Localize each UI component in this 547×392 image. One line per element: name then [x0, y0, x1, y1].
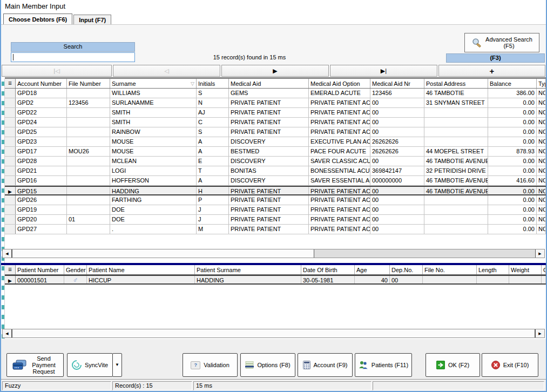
column-header-g[interactable]: G — [542, 265, 546, 274]
cell-postal-address[interactable]: 46 TAMBOTIE AVENUE — [424, 187, 488, 194]
table-row[interactable]: ▶000001501♂HICCUPHADDING30-05-19814000 — [5, 275, 546, 285]
column-header-patient-name[interactable]: Patient Name — [87, 265, 195, 274]
cell-file-number[interactable] — [67, 89, 110, 98]
cell-medical-aid-option[interactable]: SAVER CLASSIC ACUTE — [309, 157, 370, 166]
cell-weight[interactable] — [509, 276, 542, 283]
cell-dep-no[interactable]: 00 — [390, 276, 423, 283]
row-selector-cell[interactable] — [5, 215, 16, 224]
column-header-age[interactable]: Age — [355, 265, 390, 274]
patients-button[interactable]: Patients (F11) — [355, 353, 412, 377]
cell-balance[interactable]: 0.00 — [488, 187, 537, 194]
cell-surname[interactable]: FARTHING — [110, 195, 197, 205]
column-header-date-of-birth[interactable]: Date Of Birth — [301, 265, 355, 274]
cell-postal-address[interactable]: 46 TAMBOTIE — [424, 89, 488, 98]
cell-account-number[interactable]: GPD19 — [16, 205, 67, 214]
cell-postal-address[interactable]: 44 MOEPEL STREET — [424, 147, 488, 156]
cell-balance[interactable]: 0.00 — [488, 166, 537, 175]
cell-length[interactable] — [477, 276, 509, 283]
cell-patient-name[interactable]: HICCUP — [87, 276, 195, 283]
cell-medical-aid-option[interactable]: SAVER ESSENTIAL ACUTE — [309, 176, 370, 185]
cell-medical-aid-nr[interactable]: 369842147 — [370, 166, 424, 175]
search-input[interactable] — [11, 53, 134, 62]
cell-medical-aid-option[interactable]: BONESSENTIAL ACUTE — [309, 166, 370, 175]
cell-medical-aid[interactable]: DISCOVERY — [229, 176, 309, 185]
cell-age[interactable]: 40 — [355, 276, 390, 283]
cell-surname[interactable]: HADDING — [110, 187, 197, 194]
cell-balance[interactable]: 386.00 — [488, 89, 537, 98]
cell-patient-surname[interactable]: HADDING — [195, 276, 301, 283]
cell-account-number[interactable]: GPD20 — [16, 215, 67, 224]
row-selector-cell[interactable] — [5, 89, 16, 98]
cell-initials[interactable]: M — [197, 225, 229, 234]
cell-gender[interactable]: ♂ — [64, 276, 87, 283]
cell-medical-aid-option[interactable]: EMERALD ACUTE — [309, 89, 370, 98]
cell-initials[interactable]: A — [197, 137, 229, 146]
cell-initials[interactable]: T — [197, 166, 229, 175]
table-row[interactable]: GPD19DOEJPRIVATE PATIENTPRIVATE PATIENT … — [5, 205, 546, 215]
cell-medical-aid[interactable]: PRIVATE PATIENT — [229, 108, 309, 117]
row-selector-cell[interactable] — [5, 166, 16, 175]
cell-account-number[interactable]: GPD21 — [16, 166, 67, 175]
cell-medical-aid-nr[interactable]: 00 — [370, 98, 424, 107]
column-header-postal-address[interactable]: Postal Address — [424, 79, 488, 88]
cell-medical-aid-nr[interactable]: 00 — [370, 108, 424, 117]
cell-medical-aid-option[interactable]: PRIVATE PATIENT ACUTE — [309, 127, 370, 137]
cell-medical-aid-option[interactable]: PRIVATE PATIENT ACUTE — [309, 118, 370, 127]
cell-medical-aid-option[interactable]: PRIVATE PATIENT ACUTE — [309, 187, 370, 194]
syncvite-button[interactable]: SyncVite — [67, 353, 113, 377]
cell-file-number[interactable] — [67, 205, 110, 214]
cell-file-number[interactable] — [67, 108, 110, 117]
validation-button[interactable]: ? Validation — [183, 353, 238, 377]
cell-balance[interactable]: 878.93 — [488, 147, 537, 156]
cell-medical-aid-option[interactable]: PRIVATE PATIENT ACUTE — [309, 215, 370, 224]
cell-type[interactable]: NO — [537, 166, 546, 175]
tab-input[interactable]: Input (F7) — [73, 15, 111, 25]
cell-balance[interactable]: 0.00 — [488, 137, 537, 146]
cell-initials[interactable]: N — [197, 98, 229, 107]
cell-initials[interactable]: E — [197, 157, 229, 166]
cell-type[interactable]: NO — [537, 205, 546, 214]
column-header-medical-aid-nr[interactable]: Medical Aid Nr — [370, 79, 424, 88]
cell-file-no[interactable] — [423, 276, 477, 283]
row-selector-cell[interactable] — [5, 195, 16, 205]
column-header-type[interactable]: Type — [537, 79, 546, 88]
table-row[interactable]: GPD25RAINBOWSPRIVATE PATIENTPRIVATE PATI… — [5, 127, 546, 137]
cell-initials[interactable]: A — [197, 176, 229, 185]
cell-initials[interactable]: J — [197, 205, 229, 214]
cell-balance[interactable]: 0.00 — [488, 127, 537, 137]
cell-medical-aid-nr[interactable]: 00 — [370, 225, 424, 234]
tab-choose-debtors[interactable]: Choose Debtors (F6) — [3, 13, 72, 25]
cell-medical-aid-nr[interactable]: 00 — [370, 187, 424, 194]
table-row[interactable]: GPD28MCLEANEDISCOVERYSAVER CLASSIC ACUTE… — [5, 157, 546, 166]
table-row[interactable]: GPD24SMITHCPRIVATE PATIENTPRIVATE PATIEN… — [5, 118, 546, 127]
scrollbar-track[interactable] — [314, 249, 535, 258]
table-row[interactable]: ▶GPD15HADDINGHPRIVATE PATIENTPRIVATE PAT… — [5, 186, 546, 195]
table-row[interactable]: GPD18WILLIAMSSGEMSEMERALD ACUTE12345646 … — [5, 89, 546, 98]
cell-medical-aid-nr[interactable]: 26262626 — [370, 147, 424, 156]
cell-type[interactable]: NO — [537, 118, 546, 127]
cell-account-number[interactable]: GPD16 — [16, 176, 67, 185]
cell-file-number[interactable] — [67, 225, 110, 234]
cell-medical-aid[interactable]: PRIVATE PATIENT — [229, 118, 309, 127]
cell-type[interactable]: NO — [537, 225, 546, 234]
row-selector-cell[interactable] — [5, 98, 16, 107]
scrollbar-thumb[interactable] — [12, 329, 535, 337]
cell-balance[interactable]: 0.00 — [488, 205, 537, 214]
cell-file-number[interactable]: MOU26 — [67, 147, 110, 156]
table-row[interactable]: GPD23MOUSEADISCOVERYEXECUTIVE PLAN ACUTE… — [5, 137, 546, 147]
table-row[interactable]: GPD17MOU26MOUSEABESTMEDPACE FOUR ACUTE26… — [5, 147, 546, 157]
column-header-dep-no[interactable]: Dep.No. — [390, 265, 423, 274]
scrollbar-thumb[interactable] — [12, 249, 314, 258]
cell-account-number[interactable]: GPD17 — [16, 147, 67, 156]
cell-surname[interactable]: WILLIAMS — [110, 89, 197, 98]
cell-file-number[interactable] — [67, 176, 110, 185]
cell-balance[interactable]: 0.00 — [488, 157, 537, 166]
ok-button[interactable]: OK (F2) — [426, 353, 480, 377]
cell-medical-aid-nr[interactable]: 123456 — [370, 89, 424, 98]
cell-surname[interactable]: . — [110, 225, 197, 234]
cell-medical-aid-nr[interactable]: 00 — [370, 205, 424, 214]
search-header[interactable]: Search — [11, 42, 135, 52]
cell-account-number[interactable]: GPD22 — [16, 108, 67, 117]
column-header-file-number[interactable]: File Number — [67, 79, 110, 88]
cell-surname[interactable]: SMITH — [110, 108, 197, 117]
